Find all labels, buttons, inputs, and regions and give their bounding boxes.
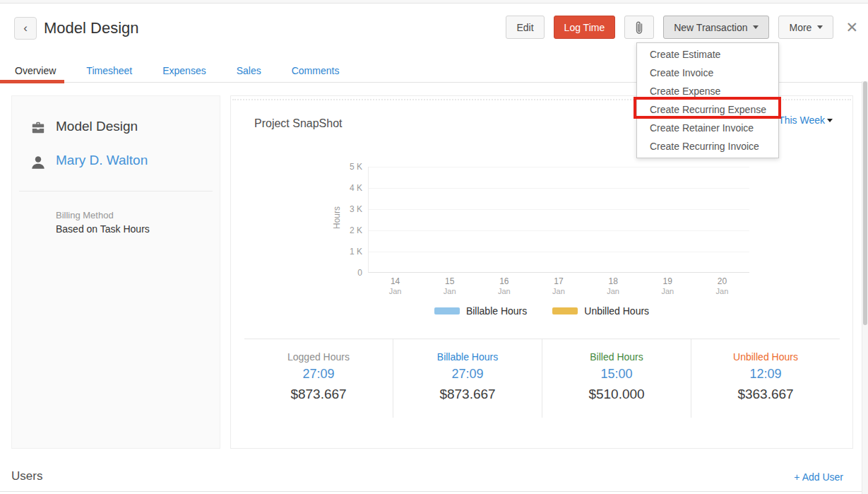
sidebar-owner-row[interactable]: Mary D. Walton <box>12 153 220 168</box>
menu-item-create-recurring-expense[interactable]: Create Recurring Expense <box>637 100 778 119</box>
gridline <box>369 188 749 189</box>
menu-item-create-expense[interactable]: Create Expense <box>637 82 778 100</box>
sidebar-project-row: Model Design <box>12 119 220 134</box>
stat-billed-hours: Billed Hours 15:00 $510.000 <box>542 339 691 418</box>
billing-method-label: Billing Method <box>56 210 211 220</box>
date-range-dropdown[interactable]: This Week <box>778 114 833 126</box>
vertical-scrollbar-thumb[interactable] <box>863 81 867 325</box>
caret-down-icon <box>817 25 823 29</box>
gridline <box>369 252 749 252</box>
header-actions: Edit Log Time New Transaction More ✕ <box>506 16 861 39</box>
page-title: Model Design <box>44 19 139 37</box>
back-button[interactable]: ‹ <box>14 17 37 40</box>
attachment-button[interactable] <box>624 16 654 39</box>
tab-expenses[interactable]: Expenses <box>155 59 213 82</box>
y-tick: 5 K <box>333 162 362 172</box>
chart-plot-area <box>368 167 749 273</box>
x-tick: 18Jan <box>586 276 641 295</box>
vertical-scrollbar-track[interactable] <box>862 81 868 494</box>
sidebar-owner-link[interactable]: Mary D. Walton <box>56 153 148 167</box>
stat-unbilled-hours: Unbilled Hours 12:09 $363.667 <box>691 339 840 418</box>
more-button[interactable]: More <box>778 16 833 39</box>
x-tick: 14Jan <box>368 276 422 295</box>
x-axis: 14Jan 15Jan 16Jan 17Jan 18Jan 19Jan <box>368 276 749 295</box>
stat-logged-hours: Logged Hours 27:09 $873.667 <box>244 339 393 418</box>
edit-button[interactable]: Edit <box>506 16 544 39</box>
new-transaction-menu: Create Estimate Create Invoice Create Ex… <box>636 42 779 158</box>
chart-legend: Billable Hours Unbilled Hours <box>231 305 852 317</box>
new-transaction-button[interactable]: New Transaction <box>663 16 769 39</box>
back-icon: ‹ <box>23 21 28 35</box>
add-user-link[interactable]: + Add User <box>794 471 843 483</box>
paperclip-icon <box>634 21 644 34</box>
sidebar-divider <box>19 191 213 192</box>
user-icon <box>30 155 46 170</box>
caret-down-icon <box>827 119 833 122</box>
gridline <box>369 209 749 210</box>
billing-method-value: Based on Task Hours <box>56 223 211 235</box>
tab-overview[interactable]: Overview <box>7 59 64 82</box>
stat-billable-hours: Billable Hours 27:09 $873.667 <box>393 339 542 418</box>
users-section-title: Users <box>11 469 42 483</box>
x-tick: 15Jan <box>422 276 477 295</box>
y-tick: 1 K <box>333 247 362 257</box>
legend-swatch <box>434 307 460 314</box>
project-detail-page: ‹ Model Design Edit Log Time New Transac… <box>0 0 868 494</box>
x-tick: 17Jan <box>531 276 585 295</box>
x-tick: 19Jan <box>641 276 695 295</box>
menu-item-create-invoice[interactable]: Create Invoice <box>637 64 778 82</box>
close-button[interactable]: ✕ <box>843 19 861 36</box>
tab-sales[interactable]: Sales <box>229 59 269 82</box>
top-strip <box>0 0 868 4</box>
y-tick: 4 K <box>333 183 362 193</box>
gridline <box>369 230 749 231</box>
snapshot-title: Project SnapShot <box>254 117 343 130</box>
y-tick: 2 K <box>333 225 362 235</box>
tab-comments[interactable]: Comments <box>284 59 347 82</box>
caret-down-icon <box>753 25 759 29</box>
log-time-button[interactable]: Log Time <box>554 16 616 39</box>
menu-item-create-recurring-invoice[interactable]: Create Recurring Invoice <box>637 137 778 155</box>
project-summary-panel: Model Design Mary D. Walton Billing Meth… <box>11 95 220 449</box>
legend-swatch <box>552 307 578 314</box>
y-tick: 3 K <box>333 204 362 214</box>
sidebar-project-name: Model Design <box>56 119 138 134</box>
briefcase-icon <box>30 121 46 135</box>
legend-billable-hours: Billable Hours <box>434 305 527 317</box>
gridline <box>369 167 749 167</box>
legend-unbilled-hours: Unbilled Hours <box>552 305 649 317</box>
y-tick: 0 <box>333 268 362 278</box>
users-divider <box>0 491 868 492</box>
menu-item-create-estimate[interactable]: Create Estimate <box>637 45 778 64</box>
close-icon: ✕ <box>845 19 858 35</box>
x-tick: 16Jan <box>477 276 531 295</box>
tab-timesheet[interactable]: Timesheet <box>78 59 140 82</box>
menu-item-create-retainer-invoice[interactable]: Create Retainer Invoice <box>637 119 778 137</box>
x-tick: 20Jan <box>695 276 749 295</box>
snapshot-stats: Logged Hours 27:09 $873.667 Billable Hou… <box>244 339 840 418</box>
